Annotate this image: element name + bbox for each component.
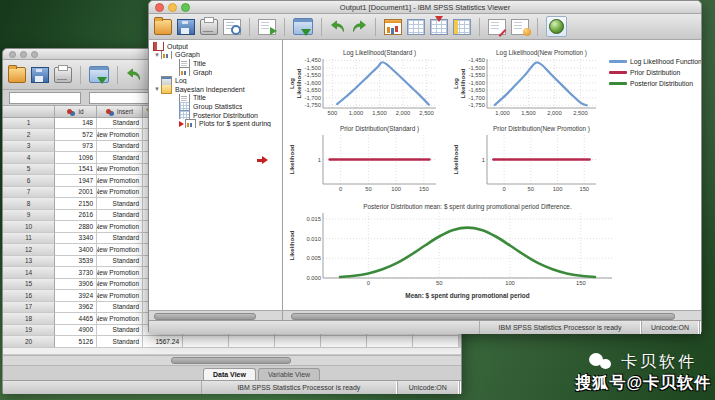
outline-hscrollbar-thumb[interactable] [154,313,256,320]
data-cell[interactable]: 973 [55,141,97,153]
data-cell[interactable]: 3906 [55,279,97,291]
data-cell[interactable]: 1947 [55,175,97,187]
column-header-id[interactable]: id [55,106,97,118]
row-number[interactable]: 8 [3,198,55,210]
data-cell[interactable]: 2150 [55,198,97,210]
row-number[interactable]: 17 [3,302,55,314]
chart-log-likelihood-standard[interactable]: 5001,0001,5002,0002,500-1,450-1,500-1,55… [289,48,443,120]
chart-prior-distribution-new-promotion[interactable]: 0501001501Prior Distribution(New Promoti… [453,124,603,196]
minimize-button[interactable] [20,51,27,58]
row-number[interactable]: 15 [3,279,55,291]
content-hscrollbar-thumb[interactable] [291,313,675,320]
table-icon[interactable] [407,19,425,35]
data-cell[interactable]: New Promotion [97,187,143,199]
chart-log-likelihood-new-promotion[interactable]: 1,0001,5002,0002,500-1,450-1,500-1,550-1… [453,48,603,120]
data-cell[interactable]: New Promotion [97,221,143,233]
data-cell[interactable] [367,336,413,348]
data-cell[interactable]: 5126 [55,336,97,348]
content-hscrollbar[interactable] [283,311,701,320]
viewer-titlebar[interactable]: Output1 [Document1] - IBM SPSS Statistic… [149,1,701,14]
row-number[interactable]: 10 [3,221,55,233]
goto-data-icon[interactable] [293,18,313,35]
row-number[interactable]: 14 [3,267,55,279]
expand-arrow-icon[interactable]: ▼ [153,51,161,59]
pivot-table-icon[interactable] [453,19,471,35]
data-cell[interactable]: 1541 [55,164,97,176]
data-hscrollbar-thumb[interactable] [171,357,291,364]
data-cell[interactable]: New Promotion [97,279,143,291]
edit-outline-icon[interactable] [488,19,506,35]
row-number[interactable]: 6 [3,175,55,187]
data-cell[interactable]: Standard [97,256,143,268]
row-number[interactable]: 16 [3,290,55,302]
data-cell[interactable]: Standard [97,233,143,245]
data-cell[interactable]: New Promotion [97,244,143,256]
row-number[interactable]: 4 [3,152,55,164]
data-cell[interactable] [321,336,367,348]
data-cell[interactable] [229,336,275,348]
chart-posterior-distribution[interactable]: 0501001500.0000.0050.0100.015Posterior D… [289,202,619,302]
data-cell[interactable]: New Promotion [97,175,143,187]
data-cell[interactable]: Standard [97,336,143,348]
show-tree-icon[interactable] [549,19,564,34]
outline-item-ggraph[interactable]: ▼GGraph [149,51,282,60]
redo-icon[interactable] [351,20,367,34]
data-cell[interactable]: New Promotion [97,129,143,141]
save-icon[interactable] [31,67,49,83]
data-cell[interactable]: 3340 [55,233,97,245]
data-cell[interactable]: 3924 [55,290,97,302]
data-cell[interactable]: 2001 [55,187,97,199]
data-cell[interactable]: Standard [97,152,143,164]
data-cell[interactable]: New Promotion [97,267,143,279]
outline-item-plots-for-spent-during[interactable]: Plots for $ spent during [149,119,282,128]
data-cell[interactable]: 1567.24 [143,336,183,348]
data-cell[interactable]: Standard [97,118,143,130]
tab-variable-view[interactable]: Variable View [258,368,320,380]
data-cell[interactable]: 3400 [55,244,97,256]
save-icon[interactable] [177,19,195,35]
open-icon[interactable] [154,19,172,35]
column-header-insert[interactable]: insert [97,106,143,118]
expand-arrow-icon[interactable]: ▼ [153,85,161,93]
outline-item-bayesian-independent[interactable]: ▼Bayesian Independent [149,85,282,94]
goto-data-icon[interactable] [89,66,109,83]
undo-icon[interactable] [330,20,346,34]
row-number[interactable]: 20 [3,336,55,348]
data-cell[interactable]: Standard [97,141,143,153]
data-cell[interactable]: New Promotion [97,164,143,176]
outline-item-output[interactable]: Output [149,42,282,51]
data-cell[interactable] [275,336,321,348]
undo-icon[interactable] [126,68,142,82]
data-cell[interactable]: Standard [97,198,143,210]
row-number[interactable]: 19 [3,325,55,337]
preview-icon[interactable] [223,19,241,35]
row-number[interactable]: 3 [3,141,55,153]
chart-icon[interactable] [384,19,402,35]
data-cell[interactable]: 2880 [55,221,97,233]
outline-hscrollbar[interactable] [149,311,283,320]
data-cell[interactable]: 3539 [55,256,97,268]
data-cell[interactable] [183,336,229,348]
outline-item-title[interactable]: Title [149,59,282,68]
print-icon[interactable] [54,67,72,83]
zoom-button[interactable] [31,51,38,58]
export-icon[interactable] [258,19,276,35]
outline-item-log[interactable]: Log [149,76,282,85]
insert-rows-icon[interactable] [430,19,448,35]
outline-item-graph[interactable]: Graph [149,68,282,77]
row-number[interactable]: 7 [3,187,55,199]
row-number[interactable]: 12 [3,244,55,256]
row-number[interactable]: 11 [3,233,55,245]
print-icon[interactable] [200,19,218,35]
close-button[interactable] [9,51,16,58]
row-number[interactable]: 5 [3,164,55,176]
data-cell[interactable]: 2616 [55,210,97,222]
data-cell[interactable]: 4465 [55,313,97,325]
outline-item-posterior-distribution[interactable]: Posterior Distribution [149,111,282,120]
data-cell[interactable]: Standard [97,325,143,337]
data-cell[interactable] [413,336,459,348]
data-hscrollbar[interactable] [3,355,461,366]
data-cell[interactable]: New Promotion [97,290,143,302]
chart-prior-distribution-standard[interactable]: 0501001501Prior Distribution(Standard )L… [289,124,443,196]
row-number[interactable]: 13 [3,256,55,268]
